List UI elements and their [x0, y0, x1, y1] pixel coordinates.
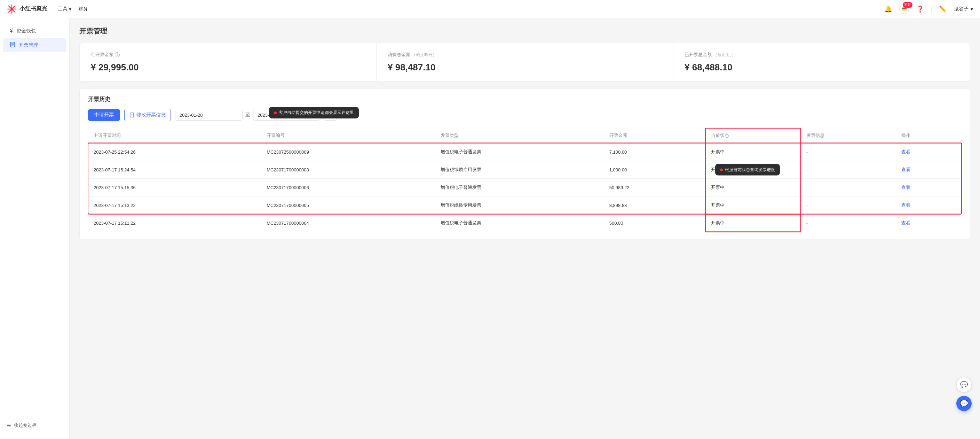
th-status: 当前状态 [705, 128, 800, 143]
cell-apply-time: 2023-07-25 22:54:26 [88, 143, 261, 161]
nav-tools[interactable]: 工具 ▾ [58, 6, 72, 12]
wallet-status[interactable]: 💳 不足 [899, 4, 909, 14]
nav-right: 🔔 💳 不足 ❓ ✏️ 鬼谷子 ▾ [883, 3, 973, 14]
sidebar: ¥ 资金钱包 开票管理 ☰ 收起侧边栏 [0, 18, 70, 439]
cell-invoice-type: 增值税电子普通发票 [435, 143, 604, 161]
th-invoice-no: 开票编号 [261, 128, 435, 143]
insufficient-badge: 不足 [903, 2, 913, 8]
cell-invoice-no: MC23071700000004 [261, 214, 435, 232]
nav-finance[interactable]: 财务 [78, 6, 88, 12]
cell-amount: 8,898.88 [604, 196, 705, 214]
main-nav: 工具 ▾ 财务 [58, 6, 88, 12]
action-view-link[interactable]: 查看 [901, 149, 910, 154]
username: 鬼谷子 [954, 6, 969, 12]
cell-invoice-info: - [801, 179, 896, 196]
divider [931, 6, 932, 13]
cell-status: 开票中 [705, 196, 800, 214]
total-amount-value: ¥ 98,487.10 [388, 62, 662, 73]
summary-card-available: 可开票金额 i ¥ 29,995.00 [80, 43, 377, 81]
th-amount: 开票金额 [604, 128, 705, 143]
floating-buttons: 💬 💬 [956, 377, 972, 411]
main-content: 开票管理 可开票金额 i ¥ 29,995.00 消费总金额 （截止昨日） ¥ … [70, 18, 980, 439]
table-row: 2023-07-17 15:11:22 MC23071700000004 增值税… [88, 214, 962, 232]
cell-invoice-no: MC23071700000008 [261, 161, 435, 179]
cell-action: 查看 [896, 161, 962, 179]
apply-invoice-btn[interactable]: 申请开票 [88, 109, 120, 121]
support-icon-btn[interactable]: 💬 [956, 377, 972, 392]
th-invoice-type: 发票类型 [435, 128, 604, 143]
top-nav: 小红书聚光 工具 ▾ 财务 🔔 💳 不足 ❓ ✏️ 鬼谷子 ▾ [0, 0, 980, 18]
user-chevron-icon: ▾ [970, 6, 973, 12]
table-row: 2023-07-17 15:24:54 MC23071700000008 增值税… [88, 161, 962, 179]
user-menu[interactable]: 鬼谷子 ▾ [954, 6, 973, 12]
cell-invoice-type: 增值税电子普通发票 [435, 179, 604, 196]
action-view-link[interactable]: 查看 [901, 185, 910, 190]
history-title: 开票历史 [88, 96, 962, 103]
cell-invoice-type: 增值税电子普通发票 [435, 214, 604, 232]
edit-icon[interactable]: ✏️ [937, 3, 948, 14]
table-row: 2023-07-25 22:54:26 MC23072500000009 增值税… [88, 143, 962, 161]
page-title: 开票管理 [80, 27, 970, 36]
invoiced-amount-label: 已开票总金额 （截止上月） [684, 51, 959, 58]
cell-amount: 7,100.00 [604, 143, 705, 161]
cell-status: 开票中 根据当前状态查询发票进度 [705, 161, 800, 179]
cell-invoice-info: - [801, 161, 896, 179]
cell-amount: 1,000.00 [604, 161, 705, 179]
cell-invoice-info: - [801, 196, 896, 214]
cell-apply-time: 2023-07-17 15:11:22 [88, 214, 261, 232]
action-view-link[interactable]: 查看 [901, 220, 910, 225]
edit-doc-icon [129, 113, 134, 117]
sidebar-item-wallet[interactable]: ¥ 资金钱包 [3, 24, 67, 38]
available-info-icon[interactable]: i [115, 52, 120, 57]
summary-card-invoiced: 已开票总金额 （截止上月） ¥ 68,488.10 [673, 43, 970, 81]
tooltip-2: 根据当前状态查询发票进度 [715, 164, 780, 176]
available-amount-value: ¥ 29,995.00 [91, 62, 365, 73]
cell-status: 开票中 [705, 143, 800, 161]
cell-action: 查看 [896, 179, 962, 196]
action-view-link[interactable]: 查看 [901, 203, 910, 208]
invoice-table: 申请开票时间 开票编号 发票类型 开票金额 当前状态 发票信息 操作 [88, 128, 962, 232]
table-header: 申请开票时间 开票编号 发票类型 开票金额 当前状态 发票信息 操作 [88, 128, 962, 143]
svg-point-4 [11, 8, 13, 10]
cell-apply-time: 2023-07-17 15:24:54 [88, 161, 261, 179]
cell-amount: 50,989.22 [604, 179, 705, 196]
sidebar-item-wallet-label: 资金钱包 [16, 28, 36, 34]
table-row: 2023-07-17 15:13:22 MC23071700000005 增值税… [88, 196, 962, 214]
edit-invoice-info-label: 修改开票信息 [137, 112, 165, 118]
toolbar: 申请开票 修改开票信息 至 📅 [88, 109, 962, 121]
tooltip-1: 客户自助提交的开票申请都会展示在这里 [269, 107, 359, 118]
total-amount-label: 消费总金额 （截止昨日） [388, 51, 662, 58]
app-name: 小红书聚光 [19, 5, 47, 13]
cell-amount: 500.00 [604, 214, 705, 232]
app-body: ¥ 资金钱包 开票管理 ☰ 收起侧边栏 开票管理 [0, 0, 980, 439]
collapse-icon: ☰ [7, 423, 11, 428]
header-row: 申请开票时间 开票编号 发票类型 开票金额 当前状态 发票信息 操作 [88, 128, 962, 143]
table-row: 2023-07-17 15:15:36 MC23071700000006 增值税… [88, 179, 962, 196]
tooltip-1-text: 客户自助提交的开票申请都会展示在这里 [279, 110, 354, 116]
date-from-input[interactable] [175, 110, 243, 121]
cell-invoice-no: MC23071700000006 [261, 179, 435, 196]
notification-btn[interactable]: 🔔 [883, 3, 894, 14]
logo: 小红书聚光 [7, 4, 47, 14]
cell-invoice-type: 增值税纸质专用发票 [435, 196, 604, 214]
help-btn[interactable]: ❓ [915, 3, 926, 14]
table-container: 申请开票时间 开票编号 发票类型 开票金额 当前状态 发票信息 操作 [88, 128, 962, 232]
cell-action: 查看 [896, 143, 962, 161]
invoiced-amount-subtitle: （截止上月） [713, 52, 738, 58]
date-separator: 至 [245, 112, 250, 118]
th-action: 操作 [896, 128, 962, 143]
cell-status: 开票中 [705, 214, 800, 232]
th-invoice-info: 发票信息 [801, 128, 896, 143]
summary-card-total: 消费总金额 （截止昨日） ¥ 98,487.10 [377, 43, 673, 81]
chat-btn[interactable]: 💬 [956, 396, 972, 411]
tooltip-2-text: 根据当前状态查询发票进度 [725, 167, 775, 173]
summary-cards: 可开票金额 i ¥ 29,995.00 消费总金额 （截止昨日） ¥ 98,48… [80, 43, 970, 81]
sidebar-collapse-btn[interactable]: ☰ 收起侧边栏 [3, 419, 67, 432]
edit-invoice-info-btn[interactable]: 修改开票信息 [124, 109, 171, 121]
cell-apply-time: 2023-07-17 15:15:36 [88, 179, 261, 196]
cell-status: 开票中 [705, 179, 800, 196]
available-amount-label: 可开票金额 i [91, 51, 365, 58]
action-view-link[interactable]: 查看 [901, 167, 910, 172]
history-section: 开票历史 申请开票 修改开票信息 至 📅 [80, 88, 970, 239]
sidebar-item-invoice[interactable]: 开票管理 [3, 38, 67, 52]
